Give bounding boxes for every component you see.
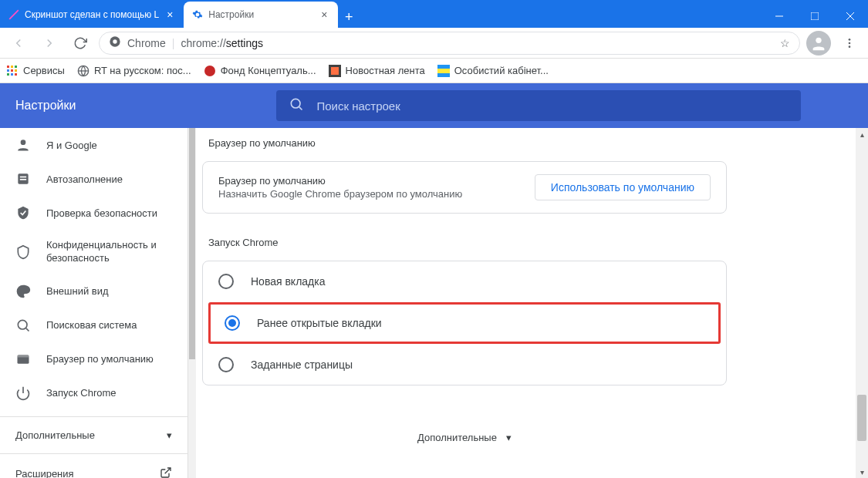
- svg-point-9: [849, 45, 851, 48]
- favicon-icon: [204, 65, 216, 77]
- star-icon[interactable]: ☆: [780, 37, 790, 49]
- scroll-down-icon[interactable]: ▾: [856, 466, 868, 478]
- option-label: Ранее открытые вкладки: [257, 317, 382, 329]
- close-icon[interactable]: ×: [164, 8, 176, 21]
- svg-line-28: [299, 107, 302, 110]
- url-path: settings: [226, 37, 263, 49]
- advanced-label: Дополнительные: [417, 432, 497, 443]
- advanced-toggle-main[interactable]: Дополнительные ▾: [202, 432, 727, 443]
- sidebar-item-label: Поисковая система: [46, 319, 137, 331]
- tab-label: Настройки: [208, 9, 313, 20]
- sidebar-item-default-browser[interactable]: Браузер по умолчанию: [0, 342, 187, 376]
- window-minimize-button[interactable]: [762, 5, 797, 28]
- svg-rect-12: [15, 66, 17, 68]
- address-bar[interactable]: Chrome | chrome://settings ☆: [99, 32, 800, 55]
- svg-point-8: [849, 42, 851, 44]
- bookmark-label: Особистий кабінет...: [454, 65, 549, 76]
- option-label: Новая вкладка: [251, 275, 326, 288]
- svg-point-33: [18, 320, 27, 329]
- apps-shortcut[interactable]: Сервисы: [6, 65, 65, 77]
- startup-option-continue[interactable]: Ранее открытые вкладки: [209, 303, 720, 343]
- radio-icon: [218, 274, 234, 289]
- radio-icon: [218, 357, 234, 372]
- svg-point-5: [113, 39, 117, 43]
- window-titlebar: Скриншот сделан с помощью L × Настройки …: [0, 0, 868, 28]
- forward-button[interactable]: [37, 31, 62, 56]
- svg-rect-32: [20, 179, 26, 180]
- svg-point-27: [292, 99, 301, 108]
- shield-icon: [15, 244, 31, 260]
- svg-rect-13: [7, 69, 9, 72]
- svg-line-38: [165, 468, 171, 473]
- svg-point-7: [849, 39, 851, 41]
- section-title-default-browser: Браузер по умолчанию: [208, 137, 727, 149]
- sidebar-item-safety[interactable]: Проверка безопасности: [0, 196, 187, 230]
- sidebar-scrollbar-thumb[interactable]: [189, 128, 195, 359]
- sidebar-extensions[interactable]: Расширения: [0, 453, 187, 478]
- settings-search-box[interactable]: [276, 90, 801, 121]
- tab-label: Скриншот сделан с помощью L: [25, 9, 159, 20]
- sidebar-item-label: Запуск Chrome: [46, 387, 117, 399]
- sidebar-item-label: Внешний вид: [46, 285, 109, 297]
- window-close-button[interactable]: [833, 5, 868, 28]
- bookmark-item[interactable]: Особистий кабінет...: [437, 65, 549, 77]
- sidebar-item-appearance[interactable]: Внешний вид: [0, 274, 187, 308]
- reload-button[interactable]: [68, 31, 93, 56]
- settings-title: Настройки: [15, 99, 76, 113]
- sidebar-item-autofill[interactable]: Автозаполнение: [0, 162, 187, 196]
- favicon-icon: [437, 65, 450, 77]
- chevron-down-icon: ▾: [506, 432, 512, 443]
- section-title-startup: Запуск Chrome: [208, 237, 727, 248]
- window-maximize-button[interactable]: [797, 5, 833, 28]
- svg-rect-1: [811, 12, 819, 20]
- svg-point-6: [816, 37, 821, 42]
- bookmark-item[interactable]: Фонд Концептуаль...: [204, 65, 316, 77]
- autofill-icon: [15, 171, 31, 187]
- sidebar-item-label: Проверка безопасности: [46, 207, 157, 219]
- svg-line-34: [26, 328, 29, 332]
- bookmark-label: RT на русском: пос...: [94, 65, 191, 76]
- bookmark-label: Фонд Концептуаль...: [221, 65, 316, 76]
- svg-point-21: [204, 66, 215, 76]
- shield-check-icon: [15, 205, 31, 220]
- profile-avatar[interactable]: [806, 31, 831, 56]
- sidebar-item-startup[interactable]: Запуск Chrome: [0, 376, 187, 410]
- settings-main: Браузер по умолчанию Браузер по умолчани…: [196, 128, 856, 478]
- svg-rect-16: [7, 73, 9, 76]
- default-browser-title: Браузер по умолчанию: [218, 175, 462, 187]
- settings-sidebar: Я и Google Автозаполнение Проверка безоп…: [0, 128, 188, 478]
- settings-search-input[interactable]: [316, 99, 789, 113]
- extensions-label: Расширения: [15, 468, 74, 478]
- startup-option-specific[interactable]: Заданные страницы: [203, 345, 726, 385]
- svg-rect-17: [11, 73, 13, 76]
- sidebar-item-privacy[interactable]: Конфиденциальность и безопасность: [0, 230, 187, 274]
- browser-tab[interactable]: Скриншот сделан с помощью L ×: [0, 2, 184, 28]
- bookmark-item[interactable]: Новостная лента: [329, 65, 425, 77]
- svg-rect-10: [7, 66, 9, 68]
- new-tab-button[interactable]: +: [338, 6, 360, 28]
- main-scrollbar[interactable]: ▴ ▾: [856, 128, 868, 478]
- globe-icon: [77, 65, 90, 77]
- svg-rect-24: [437, 65, 450, 69]
- make-default-button[interactable]: Использовать по умолчанию: [535, 174, 711, 200]
- close-icon[interactable]: ×: [318, 8, 330, 21]
- back-button[interactable]: [6, 31, 31, 56]
- sidebar-item-label: Автозаполнение: [46, 173, 123, 185]
- startup-option-newtab[interactable]: Новая вкладка: [203, 261, 726, 301]
- apps-grid-icon: [6, 65, 19, 77]
- browser-toolbar: Chrome | chrome://settings ☆: [0, 28, 868, 59]
- sidebar-item-search[interactable]: Поисковая система: [0, 308, 187, 342]
- scroll-up-icon[interactable]: ▴: [856, 128, 868, 140]
- bookmark-label: Новостная лента: [346, 65, 425, 76]
- scrollbar-thumb[interactable]: [857, 395, 866, 441]
- bookmark-item[interactable]: RT на русском: пос...: [77, 65, 191, 77]
- url-scheme: chrome://: [181, 37, 225, 49]
- option-label: Заданные страницы: [251, 358, 353, 371]
- browser-tab-active[interactable]: Настройки ×: [184, 2, 338, 28]
- svg-rect-25: [437, 69, 450, 73]
- sidebar-advanced-toggle[interactable]: Дополнительные▾: [0, 416, 187, 453]
- sidebar-item-profile[interactable]: Я и Google: [0, 128, 187, 162]
- person-icon: [15, 137, 31, 153]
- power-icon: [15, 385, 31, 401]
- menu-button[interactable]: [837, 31, 862, 56]
